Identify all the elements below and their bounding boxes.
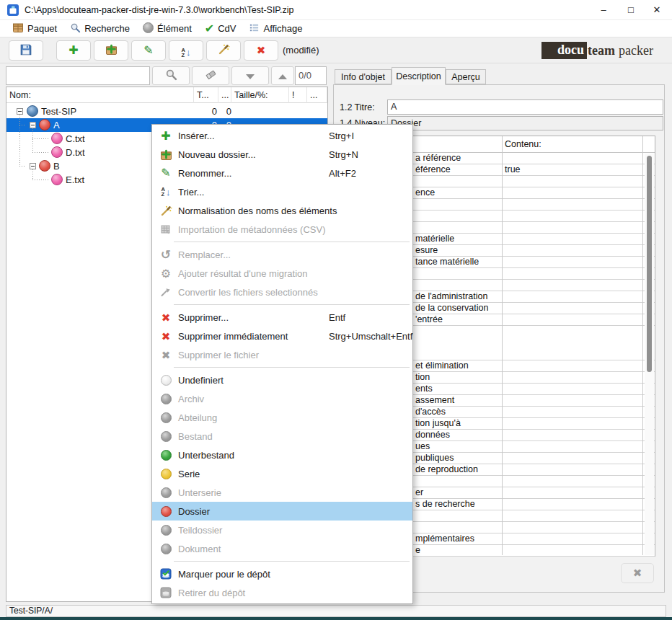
remove-metadata-button[interactable]: ✖ — [621, 563, 654, 583]
close-button[interactable]: ✕ — [645, 0, 669, 20]
metadata-field-label: publiques — [415, 453, 454, 464]
tree-column-header[interactable]: ... — [307, 87, 327, 103]
context-menu-label: Unterbestand — [178, 450, 234, 461]
deposit-icon — [159, 567, 172, 580]
menu-separator — [174, 242, 410, 242]
metadata-field-label: e — [415, 545, 420, 556]
clear-button[interactable] — [192, 66, 229, 85]
menu-separator — [174, 367, 410, 368]
tree-value-p: 0 — [218, 105, 231, 118]
triangle-up-icon — [278, 71, 287, 81]
tree-item-label: E.txt — [66, 173, 84, 187]
tree-item-label: A — [53, 118, 60, 132]
tab-infodobjet[interactable]: Info d'objet — [335, 69, 392, 84]
sphere-pink-icon — [51, 133, 63, 144]
context-menu-item-supprimer[interactable]: ✖Supprimer...Entf — [152, 308, 412, 327]
tree-expander-icon[interactable] — [30, 122, 36, 128]
context-menu-label: Supprimer... — [178, 312, 229, 323]
menu-lment[interactable]: Élément — [136, 21, 198, 37]
menu-paquet[interactable]: Paquet — [6, 21, 63, 37]
tree-column-header[interactable]: ... — [218, 87, 231, 103]
context-menu-label: Remplacer... — [178, 249, 231, 260]
context-menu-item-ins-rer[interactable]: ✚Insérer...Strg+I — [152, 126, 412, 145]
new-folder-button[interactable] — [94, 40, 128, 61]
scrollbar-thumb[interactable] — [647, 156, 652, 372]
tree-connector-line — [32, 152, 48, 153]
previous-button[interactable] — [271, 66, 294, 85]
context-menu-label: Convertir les fichiers selectionnés — [178, 287, 318, 298]
context-menu-item-supprimer-imm-diatement[interactable]: ✖Supprimer immédiatementStrg+Umschalt+En… — [152, 327, 412, 345]
metadata-field-label: a référence — [415, 153, 461, 164]
save-button[interactable] — [9, 40, 43, 61]
tree-row-testsip[interactable]: Test-SIP00 — [6, 105, 327, 118]
context-menu-item-serie[interactable]: Serie — [152, 464, 412, 483]
menu-cdv[interactable]: ✔CdV — [198, 21, 243, 37]
sphere-gray-icon — [159, 523, 172, 536]
sort-button[interactable]: AZ↓ — [169, 40, 203, 61]
tab-description[interactable]: Description — [392, 67, 446, 85]
tree-column-header[interactable]: Taille/%: — [231, 87, 289, 103]
context-menu-item-trier[interactable]: AZ↓Trier... — [152, 182, 412, 201]
search-button[interactable] — [152, 66, 190, 85]
context-menu-item-nouveau-dossier[interactable]: Nouveau dossier...Strg+N — [152, 145, 412, 164]
tree-header: Nom:T......Taille/%:!... — [6, 87, 327, 103]
context-menu-shortcut: Strg+Umschalt+Entf — [329, 331, 412, 342]
metadata-field-label: ues — [415, 441, 430, 452]
tree-connector-line — [32, 180, 48, 180]
x-red-icon: ✖ — [159, 329, 172, 342]
sphere-pink-icon — [51, 146, 63, 158]
tree-expander-icon[interactable] — [30, 163, 36, 169]
save-icon — [19, 43, 32, 58]
field-input-titre[interactable]: A — [387, 99, 663, 115]
tree-expander-icon[interactable] — [17, 108, 23, 115]
maximize-button[interactable]: □ — [619, 0, 643, 20]
metadata-field-label: tion — [415, 372, 430, 383]
minimize-button[interactable]: – — [591, 0, 616, 20]
gear-icon: ⚙ — [159, 267, 172, 280]
menu-recherche[interactable]: Recherche — [63, 21, 136, 37]
context-menu-item-archiv: Archiv — [152, 389, 412, 408]
plus-icon: ✚ — [159, 129, 172, 142]
normalize-button[interactable] — [206, 40, 241, 61]
replace-icon: ↺ — [159, 248, 172, 261]
search-input[interactable] — [6, 66, 150, 85]
tree-value-t: 0 — [194, 105, 217, 118]
context-menu-label: Ajouter résultat d'une migration — [178, 268, 308, 279]
table-scrollbar[interactable] — [645, 154, 654, 555]
tree-column-header[interactable]: ! — [289, 87, 307, 103]
sphere-gray-icon — [159, 430, 172, 443]
context-menu-item-ajouter-r-sultat-d-une-migration: ⚙Ajouter résultat d'une migration — [152, 264, 412, 283]
docuteam-logo: docuteampacker — [541, 42, 653, 59]
menu-bar: PaquetRechercheÉlément✔CdVAffichage — [0, 20, 672, 37]
context-menu-item-unterbestand[interactable]: Unterbestand — [152, 446, 412, 464]
context-menu-item-retirer-du-d-p-t: Retirer du dépôt — [152, 583, 412, 602]
context-menu-item-normalisation-des-noms-des-l-ments[interactable]: Normalisation des noms des éléments — [152, 201, 412, 220]
pencil-icon: ✎ — [143, 45, 153, 56]
tree-column-header[interactable]: Nom: — [6, 87, 194, 103]
menu-separator — [174, 304, 410, 305]
insert-button[interactable]: ✚ — [56, 40, 91, 61]
context-menu-item-importation-de-m-tadonn-es-csv: Importation de métadonnées (CSV) — [152, 220, 412, 239]
search-gray-icon — [165, 68, 177, 83]
status-bar: Test-SIP/A/ — [6, 605, 666, 617]
menu-affichage[interactable]: Affichage — [242, 21, 309, 37]
context-menu-item-marquer-pour-le-d-p-t[interactable]: Marquer pour le dépôt — [152, 564, 412, 583]
sort-az-icon: AZ↓ — [182, 43, 191, 58]
context-menu-shortcut: Entf — [329, 312, 345, 323]
convert-icon — [159, 285, 172, 298]
delete-button[interactable]: ✖ — [244, 40, 278, 61]
context-menu-label: Unterserie — [178, 487, 221, 498]
list-icon — [249, 22, 260, 35]
context-menu-item-dossier[interactable]: Dossier — [152, 502, 412, 521]
rename-button[interactable]: ✎ — [131, 40, 166, 61]
wand-icon — [159, 204, 172, 217]
tree-column-header[interactable]: T... — [194, 87, 218, 103]
context-menu-item-renommer[interactable]: ✎Renommer...Alt+F2 — [152, 164, 412, 182]
title-bar: C:\Apps\docuteam-packer-dist-jre-win-7.3… — [0, 0, 672, 20]
check-icon: ✔ — [205, 23, 214, 35]
metadata-field-label: er — [415, 487, 423, 498]
tab-aperu[interactable]: Aperçu — [446, 69, 486, 84]
context-menu-item-undefiniert[interactable]: Undefiniert — [152, 371, 412, 389]
next-button[interactable] — [231, 66, 269, 85]
context-menu-shortcut: Alt+F2 — [329, 168, 356, 179]
